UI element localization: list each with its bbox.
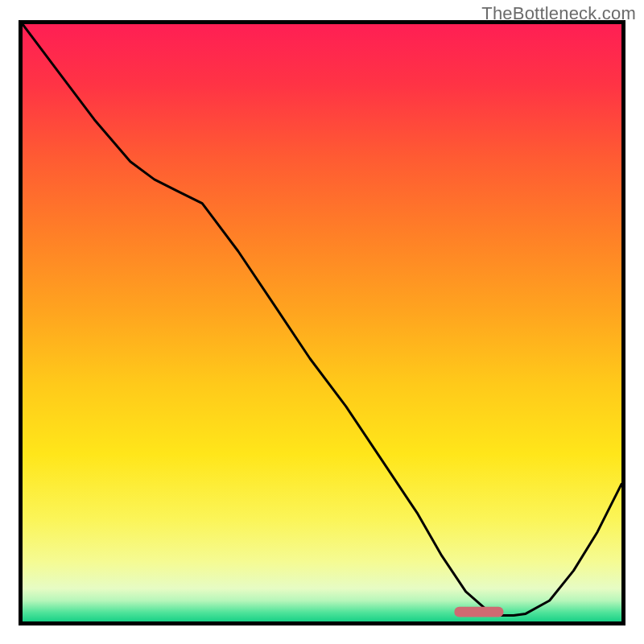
bottleneck-chart-svg	[0, 0, 644, 644]
svg-rect-1	[23, 24, 621, 621]
watermark-text: TheBottleneck.com	[481, 3, 636, 24]
chart-container: TheBottleneck.com	[0, 0, 644, 644]
svg-rect-5	[19, 621, 625, 625]
svg-rect-4	[621, 20, 625, 625]
svg-rect-2	[454, 607, 503, 617]
svg-rect-6	[19, 20, 23, 625]
